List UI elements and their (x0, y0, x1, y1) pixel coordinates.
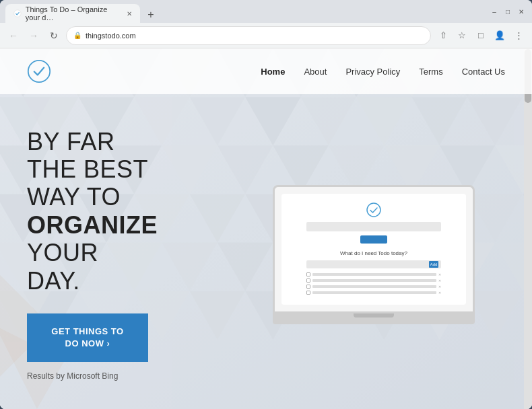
svg-point-67 (367, 203, 380, 217)
window-controls: – □ ✕ (489, 6, 527, 17)
tab-title: Things To Do – Organize your d… (26, 5, 120, 22)
address-bar: ← → ↻ 🔒 thingstodo.com ⇧ ☆ □ 👤 ⋮ (0, 23, 532, 48)
refresh-button[interactable]: ↻ (46, 28, 62, 44)
search-btn-mock (360, 235, 387, 244)
title-bar: Things To Do – Organize your d… ✕ + – □ … (0, 0, 532, 23)
headline-line5: YOUR (27, 239, 98, 266)
results-text: Results by Microsoft Bing (27, 371, 242, 381)
nav-about[interactable]: About (304, 67, 327, 77)
task-text (312, 273, 436, 276)
task-checkbox (306, 285, 310, 289)
url-bar[interactable]: 🔒 thingstodo.com (66, 26, 431, 45)
hero-content: BY FAR THE BEST WAY TO ORGANIZE YOUR DAY… (0, 94, 532, 408)
task-checkbox (306, 278, 310, 283)
nav-links: Home About Privacy Policy Terms Contact … (261, 67, 505, 77)
logo[interactable] (27, 59, 51, 83)
headline-line2: THE BEST (27, 155, 148, 183)
task-input-mock: Add (306, 260, 441, 268)
sidebar-toggle-button[interactable]: □ (473, 28, 489, 44)
task-delete: ✕ (438, 272, 441, 276)
minimize-button[interactable]: – (489, 6, 500, 17)
share-button[interactable]: ⇧ (435, 28, 451, 44)
hero-section: Home About Privacy Policy Terms Contact … (0, 48, 532, 409)
forward-button[interactable]: → (26, 28, 42, 44)
laptop-inner: What do I need Todo today? Add (281, 194, 466, 305)
app-question: What do I need Todo today? (340, 250, 407, 256)
profile-button[interactable]: 👤 (492, 28, 508, 44)
task-delete: ✕ (438, 285, 441, 289)
cta-line2: DO NOW › (65, 338, 110, 348)
headline-line6: DAY. (27, 267, 80, 295)
laptop-mockup: What do I need Todo today? Add (273, 185, 475, 324)
headline-line3: WAY TO (27, 183, 121, 211)
tab-favicon (13, 9, 22, 18)
task-checkbox (306, 291, 310, 295)
tab-close-button[interactable]: ✕ (127, 10, 132, 17)
hero-text: BY FAR THE BEST WAY TO ORGANIZE YOUR DAY… (27, 128, 242, 381)
task-checkbox (306, 272, 310, 276)
cta-button[interactable]: GET THINGS TO DO NOW › (27, 313, 148, 362)
task-list-mock: ✕ ✕ (306, 272, 441, 297)
task-text (312, 285, 436, 288)
task-item: ✕ (306, 285, 441, 289)
task-item: ✕ (306, 272, 441, 276)
task-text (312, 291, 436, 294)
hero-headline: BY FAR THE BEST WAY TO ORGANIZE YOUR DAY… (27, 128, 242, 295)
back-button[interactable]: ← (5, 28, 22, 44)
lock-icon: 🔒 (73, 32, 81, 39)
cta-line1: GET THINGS TO (51, 326, 123, 336)
laptop-screen: What do I need Todo today? Add (273, 185, 475, 313)
menu-button[interactable]: ⋮ (510, 28, 527, 44)
svg-point-0 (14, 10, 21, 17)
close-button[interactable]: ✕ (516, 6, 527, 17)
headline-bold: ORGANIZE (27, 211, 158, 239)
webpage: Home About Privacy Policy Terms Contact … (0, 48, 532, 409)
nav-contact-us[interactable]: Contact Us (462, 67, 505, 77)
laptop-base (273, 313, 475, 324)
navbar: Home About Privacy Policy Terms Contact … (0, 48, 532, 94)
app-logo-small (366, 202, 382, 218)
task-delete: ✕ (438, 278, 441, 283)
url-text: thingstodo.com (86, 32, 424, 40)
task-item: ✕ (306, 278, 441, 283)
search-bar-mock (306, 222, 441, 231)
bookmark-button[interactable]: ☆ (454, 28, 470, 44)
nav-home[interactable]: Home (261, 67, 285, 77)
maximize-button[interactable]: □ (502, 6, 513, 17)
task-text (312, 279, 436, 282)
svg-point-66 (28, 61, 50, 82)
nav-terms[interactable]: Terms (419, 67, 442, 77)
add-btn-mock: Add (429, 261, 438, 268)
nav-privacy-policy[interactable]: Privacy Policy (345, 67, 400, 77)
task-delete: ✕ (438, 291, 441, 295)
logo-icon (27, 59, 51, 83)
browser-frame: Things To Do – Organize your d… ✕ + – □ … (0, 0, 532, 409)
active-tab[interactable]: Things To Do – Organize your d… ✕ (5, 4, 140, 23)
headline-line1: BY FAR (27, 128, 114, 155)
laptop-notch (354, 313, 394, 318)
new-tab-button[interactable]: + (143, 7, 159, 23)
task-item: ✕ (306, 291, 441, 295)
tab-area: Things To Do – Organize your d… ✕ + (5, 0, 485, 23)
address-actions: ⇧ ☆ □ 👤 ⋮ (435, 28, 527, 44)
laptop-container: What do I need Todo today? Add (242, 185, 505, 324)
